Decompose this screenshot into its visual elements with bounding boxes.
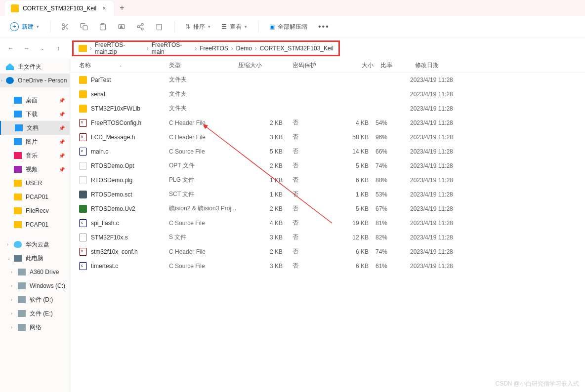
chevron-right-icon[interactable]: › [11,283,12,288]
divider [174,21,174,32]
file-date: 2023/4/19 11:28 [410,191,479,198]
forward-button[interactable]: → [21,42,33,54]
sidebar-item[interactable]: USER [0,176,70,190]
svg-line-14 [206,126,332,223]
chevron-right-icon[interactable]: › [11,297,12,302]
file-list-panel: 名称˄ 类型 压缩大小 密码保护 大小 比率 修改日期 ParTest 文件夹 … [70,59,585,392]
sidebar-item[interactable]: FileRecv [0,204,70,218]
file-row[interactable]: ParTest 文件夹 2023/4/19 11:28 [70,73,585,87]
folder-icon [15,124,23,131]
column-date[interactable]: 修改日期 [415,61,484,70]
file-name: RTOSDemo.Uv2 [91,205,135,212]
file-type: S 文件 [169,233,238,241]
sidebar-item[interactable]: 视频📌 [0,162,70,176]
file-type: 文件夹 [169,76,238,84]
sidebar-item[interactable]: 音乐📌 [0,149,70,162]
sidebar-item[interactable]: 桌面📌 [0,93,70,107]
sidebar-drive[interactable]: ›文件 (E:) [0,307,70,320]
chevron-right-icon[interactable]: › [11,270,12,274]
cut-icon[interactable] [57,19,73,35]
column-ratio[interactable]: 比率 [380,61,415,70]
sort-button[interactable]: ⇅ 排序 ▾ [181,21,214,33]
sidebar-drive[interactable]: ›Windows (C:) [0,279,70,293]
sidebar-item[interactable]: PCAP01 [0,218,70,232]
sidebar-cloud[interactable]: › 华为云盘 [0,237,70,251]
active-tab[interactable]: CORTEX_STM32F103_Keil × [5,1,114,16]
view-button[interactable]: ☰ 查看 ▾ [217,21,251,33]
file-row[interactable]: STM32F10xFWLib 文件夹 2023/4/19 11:28 [70,101,585,116]
file-date: 2023/4/19 11:28 [410,162,479,169]
new-tab-button[interactable]: + [114,3,130,12]
sidebar-thispc[interactable]: ⌄ 此电脑 [0,251,70,265]
sidebar-item-label: Windows (C:) [30,282,65,289]
file-ratio: 81% [376,220,410,227]
sidebar-item-label: 软件 (D:) [30,296,53,304]
extract-label: 全部解压缩 [278,23,307,31]
breadcrumb[interactable]: › FreeRTOS-main.zip › FreeRTOS-main › Fr… [72,40,340,56]
chevron-right-icon[interactable]: › [11,325,12,330]
tab-title: CORTEX_STM32F103_Keil [23,5,96,12]
column-headers: 名称˄ 类型 压缩大小 密码保护 大小 比率 修改日期 [70,59,585,73]
file-date: 2023/4/19 11:28 [410,148,479,155]
sidebar-item[interactable]: 文档📌 [0,121,70,135]
close-icon[interactable]: × [100,5,108,12]
file-icon [79,119,87,127]
file-row[interactable]: stm32f10x_conf.h C Header File 2 KB 否 6 … [70,244,585,259]
column-protect[interactable]: 密码保护 [292,61,327,70]
sidebar-home[interactable]: 主文件夹 [0,60,70,74]
folder-icon [14,221,22,228]
back-button[interactable]: ← [5,42,17,54]
up-button[interactable]: ↑ [52,42,64,54]
column-name[interactable]: 名称˄ [70,61,169,70]
breadcrumb-segment[interactable]: FreeRTOS-main.zip [92,41,147,55]
file-row[interactable]: timertest.c C Source File 3 KB 否 6 KB 61… [70,259,585,273]
sidebar-drive[interactable]: ›A360 Drive [0,265,70,279]
pin-icon: 📌 [59,139,65,145]
breadcrumb-segment[interactable]: FreeRTOS-main [149,41,195,55]
chevron-right-icon[interactable]: › [11,311,12,316]
recent-button[interactable]: ⌄ [37,42,48,54]
copy-icon[interactable] [76,19,92,35]
delete-icon[interactable] [151,19,167,35]
sidebar-item[interactable]: 图片📌 [0,135,70,149]
column-size[interactable]: 大小 [327,61,380,70]
paste-icon[interactable] [95,19,111,35]
chevron-down-icon[interactable]: ⌄ [7,256,11,261]
file-row[interactable]: serial 文件夹 2023/4/19 11:28 [70,87,585,101]
file-date: 2023/4/19 11:28 [410,177,479,184]
folder-icon [14,152,22,159]
file-type: 文件夹 [169,90,238,98]
column-type[interactable]: 类型 [169,61,238,70]
more-button[interactable]: ••• [314,20,334,33]
svg-point-0 [62,24,64,26]
sort-label: 排序 [193,23,205,31]
chevron-right-icon[interactable]: › [1,78,2,83]
sidebar-item-label: OneDrive - Person [18,77,67,84]
chevron-right-icon[interactable]: › [7,242,8,247]
share-icon[interactable] [132,19,148,35]
folder-icon [14,97,22,104]
sidebar-item[interactable]: 下载📌 [0,107,70,121]
sidebar-item-label: USER [26,180,42,187]
file-date: 2023/4/19 11:28 [410,234,479,241]
file-name: FreeRTOSConfig.h [91,119,141,126]
sidebar-drive[interactable]: ›网络 [0,320,70,334]
file-date: 2023/4/19 11:28 [410,77,479,83]
new-button[interactable]: + 新建 ▾ [6,20,43,33]
chevron-down-icon: ▾ [208,24,210,29]
sidebar-item-label: 文件 (E:) [30,310,53,318]
sidebar-drive[interactable]: ›软件 (D:) [0,293,70,307]
file-ratio: 54% [376,119,410,126]
column-csize[interactable]: 压缩大小 [238,61,292,70]
breadcrumb-segment[interactable]: Demo [233,45,255,52]
sidebar-item-label: A360 Drive [30,269,59,275]
sidebar-onedrive[interactable]: › OneDrive - Person [0,74,70,87]
folder-icon [11,4,19,12]
file-ratio: 82% [376,234,410,241]
breadcrumb-segment[interactable]: CORTEX_STM32F103_Keil [257,45,336,52]
rename-icon[interactable]: A [114,19,129,35]
sidebar-item[interactable]: PCAP01 [0,190,70,204]
extract-all-button[interactable]: ▣ 全部解压缩 [265,21,311,33]
sidebar-item-label: 桌面 [26,96,38,105]
breadcrumb-segment[interactable]: FreeRTOS [197,45,231,52]
